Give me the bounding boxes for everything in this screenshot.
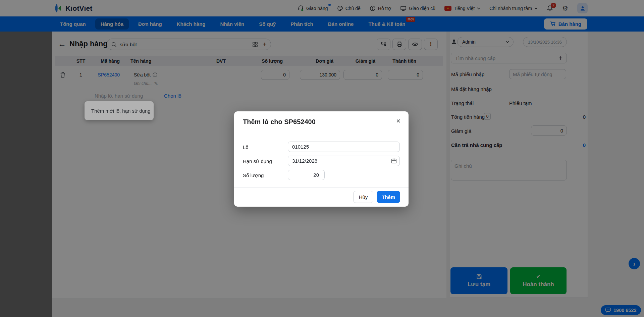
lot-input[interactable] [288, 142, 400, 152]
add-batch-modal: Thêm lô cho SP652400 × Lô Hạn sử dụng Số… [234, 111, 409, 207]
quantity-label: Số lượng [243, 172, 264, 178]
close-icon[interactable]: × [395, 116, 402, 126]
cancel-button[interactable]: Hủy [353, 191, 373, 203]
expiry-label: Hạn sử dụng [243, 158, 272, 164]
lot-label: Lô [243, 144, 249, 150]
submit-button[interactable]: Thêm [377, 191, 400, 203]
calendar-icon[interactable] [391, 158, 397, 164]
expiry-input[interactable] [288, 156, 400, 166]
modal-quantity-input[interactable] [288, 170, 325, 180]
modal-title: Thêm lô cho SP652400 [243, 118, 316, 126]
modal-divider [234, 187, 409, 188]
